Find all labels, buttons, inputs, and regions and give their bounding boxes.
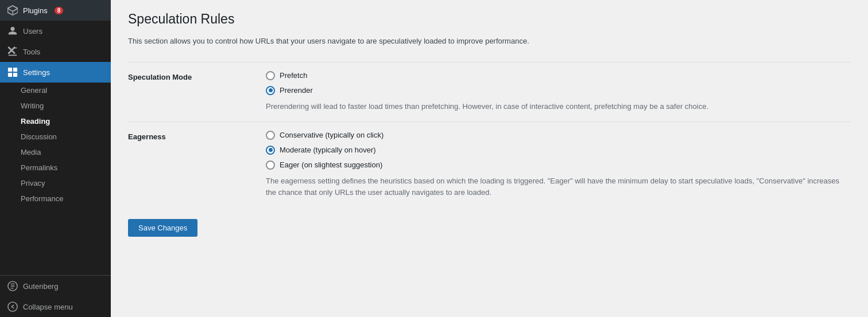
tools-icon [7,46,18,57]
settings-submenu: General Writing Reading Discussion Media… [0,83,111,206]
speculation-mode-label: Speculation Mode [128,71,266,81]
moderate-option[interactable]: Moderate (typically on hover) [266,146,851,155]
sidebar-item-gutenberg-label: Gutenberg [23,282,58,291]
prerender-label: Prerender [280,86,313,95]
sidebar-item-users[interactable]: Users [0,21,111,41]
conservative-option[interactable]: Conservative (typically on click) [266,131,851,140]
sidebar-item-privacy[interactable]: Privacy [0,175,111,191]
moderate-radio[interactable] [266,146,275,155]
settings-icon [7,66,18,78]
eagerness-label: Eagerness [128,131,266,141]
speculation-mode-row: Speculation Mode Prefetch Prerender Prer… [128,62,851,122]
sidebar-item-users-label: Users [23,27,42,36]
sidebar: Plugins 8 Users Tools Settings General W… [0,0,111,317]
svg-rect-2 [8,73,12,77]
active-indicator [108,62,111,83]
plugins-icon [7,5,18,16]
eagerness-control: Conservative (typically on click) Modera… [266,131,851,199]
main-content: Speculation Rules This section allows yo… [111,0,868,317]
moderate-label: Moderate (typically on hover) [280,146,376,154]
save-changes-button[interactable]: Save Changes [128,219,197,237]
sidebar-item-tools-label: Tools [23,48,40,56]
svg-rect-1 [13,68,17,72]
sidebar-item-collapse-label: Collapse menu [23,303,73,311]
eager-option[interactable]: Eager (on slightest suggestion) [266,161,851,170]
prefetch-label: Prefetch [280,71,307,80]
sidebar-item-gutenberg[interactable]: Gutenberg [0,276,111,296]
sidebar-item-performance[interactable]: Performance [0,191,111,206]
sidebar-item-plugins-label: Plugins [23,6,48,15]
sidebar-item-writing[interactable]: Writing [0,98,111,114]
eagerness-help: The eagerness setting defines the heuris… [266,175,851,199]
collapse-icon [7,301,18,312]
eager-radio[interactable] [266,161,275,170]
gutenberg-icon [7,280,18,292]
sidebar-item-general[interactable]: General [0,83,111,98]
sidebar-item-collapse[interactable]: Collapse menu [0,296,111,317]
page-title: Speculation Rules [128,11,851,27]
sidebar-item-settings[interactable]: Settings [0,62,111,83]
prerender-option[interactable]: Prerender [266,86,851,95]
eagerness-row: Eagerness Conservative (typically on cli… [128,122,851,208]
plugins-badge: 8 [55,7,64,14]
svg-rect-3 [13,73,17,77]
sidebar-item-discussion[interactable]: Discussion [0,129,111,144]
users-icon [7,25,18,37]
conservative-label: Conservative (typically on click) [280,131,383,139]
speculation-mode-control: Prefetch Prerender Prerendering will lea… [266,71,851,113]
speculation-mode-help: Prerendering will lead to faster load ti… [266,101,851,113]
sidebar-bottom: Gutenberg Collapse menu [0,275,111,317]
sidebar-item-permalinks[interactable]: Permalinks [0,160,111,175]
sidebar-item-tools[interactable]: Tools [0,41,111,62]
prefetch-radio[interactable] [266,71,275,80]
sidebar-item-plugins[interactable]: Plugins 8 [0,0,111,21]
prerender-radio[interactable] [266,86,275,95]
eager-label: Eager (on slightest suggestion) [280,161,382,169]
prefetch-option[interactable]: Prefetch [266,71,851,80]
conservative-radio[interactable] [266,131,275,140]
svg-point-5 [8,302,17,311]
svg-rect-0 [8,68,12,72]
sidebar-item-media[interactable]: Media [0,144,111,160]
section-description: This section allows you to control how U… [128,36,851,48]
sidebar-item-settings-label: Settings [23,68,50,77]
sidebar-item-reading[interactable]: Reading [0,114,111,129]
